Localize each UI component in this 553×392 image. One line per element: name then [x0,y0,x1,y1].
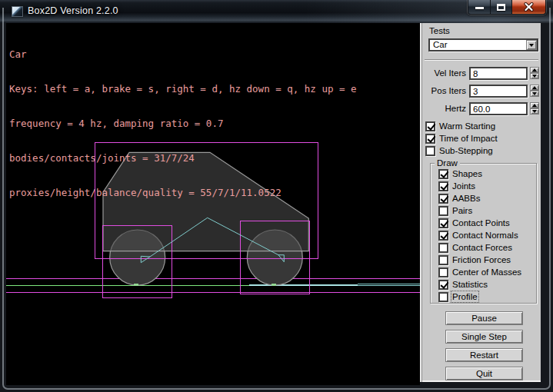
hertz-spinner [530,102,539,115]
pos-iters-down-button[interactable] [530,91,539,97]
arrow-down-icon [532,110,537,113]
checkbox-label: Contact Normals [452,231,518,240]
arrow-up-icon [532,104,537,107]
restart-button[interactable]: Restart [445,348,523,362]
hertz-row: Hertz [422,102,541,115]
pos-iters-spinner [530,85,539,98]
hertz-label: Hertz [422,104,466,113]
window-title: Box2D Version 2.2.0 [28,5,118,16]
checkbox-label: Sub-Stepping [439,146,493,155]
draw-group-title: Draw [435,158,460,168]
titlebar[interactable]: Box2D Version 2.2.0 [0,0,553,23]
maximize-icon [497,4,505,11]
minimize-icon [475,7,484,9]
tests-dropdown-value: Car [430,40,526,50]
pos-iters-label: Pos Iters [422,86,466,95]
hertz-input[interactable] [469,102,528,115]
control-panel: Tests Car Vel Iters Pos Iters H [422,23,541,382]
close-icon [524,2,534,12]
vel-iters-row: Vel Iters [422,67,541,80]
simulation-canvas[interactable]: Car Keys: left = a, brake = s, right = d… [6,23,420,385]
checkbox-label: Profile [452,292,478,301]
arrow-down-icon [532,92,537,95]
pos-iters-row: Pos Iters [422,85,541,98]
checkbox-box [438,292,448,302]
checkbox-label: Contact Points [452,218,510,228]
checkbox-label: Contact Forces [452,243,512,252]
proxies-stats-line: proxies/height/balance/quality = 55/7/1/… [9,187,357,198]
checkbox-label: Pairs [452,206,472,215]
maximize-button[interactable] [491,0,512,15]
vel-iters-down-button[interactable] [530,73,539,79]
vel-iters-spinner [530,67,539,80]
checkbox-label: AABBs [452,194,480,203]
chevron-down-icon [529,44,534,47]
frequency-line: frequency = 4 hz, damping ratio = 0.7 [9,118,357,129]
test-name-line: Car [9,48,357,60]
vel-iters-label: Vel Iters [422,68,466,78]
tests-dropdown[interactable]: Car [428,38,538,51]
box2d-testbed-window: Box2D Version 2.2.0 [0,0,553,392]
rear-contact-point [134,284,138,286]
arrow-down-icon [532,75,537,78]
checkbox-box [438,169,448,179]
caption-buttons [468,0,546,15]
checkbox-box [438,181,448,191]
checkbox-box [438,231,448,241]
vel-iters-input[interactable] [469,67,528,80]
checkbox-box [425,134,435,144]
pos-iters-up-button[interactable] [530,85,539,91]
vel-iters-up-button[interactable] [530,67,539,73]
checkbox-box [438,280,448,290]
stats-text: Car Keys: left = a, brake = s, right = d… [9,25,357,221]
arrow-up-icon [532,68,537,71]
checkbox-label: Shapes [452,169,482,178]
separator [425,59,538,61]
minimize-button[interactable] [468,0,491,15]
app-icon [12,6,23,17]
bodies-stats-line: bodies/contacts/joints = 31/7/24 [9,152,357,164]
front-contact-point [272,284,276,286]
checkbox-box [438,194,448,204]
checkbox-box [438,243,448,253]
checkbox-box [425,121,435,131]
checkbox-box [425,146,435,156]
tests-label: Tests [429,26,450,35]
checkbox-box [438,218,448,228]
single-step-button[interactable]: Single Step [445,330,523,344]
checkbox-label: Center of Masses [452,267,521,277]
close-button[interactable] [512,0,546,15]
quit-button[interactable]: Quit [445,367,523,380]
checkbox-box [438,267,448,277]
checkbox-box [438,255,448,265]
checkbox-label: Statistics [452,280,488,289]
hertz-down-button[interactable] [530,108,539,115]
checkbox-label: Joints [452,181,475,191]
checkbox-label: Time of Impact [439,134,498,143]
keys-help-line: Keys: left = a, brake = s, right = d, hz… [9,83,357,95]
arrow-up-icon [532,86,537,89]
tests-dropdown-button[interactable] [526,40,537,50]
bridge-segment-bright [249,284,358,286]
checkbox-box [438,206,448,216]
hertz-up-button[interactable] [530,102,539,108]
pause-button[interactable]: Pause [445,311,523,325]
checkbox-label: Friction Forces [452,255,511,264]
pos-iters-input[interactable] [469,85,528,98]
checkbox-label: Warm Starting [439,121,495,131]
